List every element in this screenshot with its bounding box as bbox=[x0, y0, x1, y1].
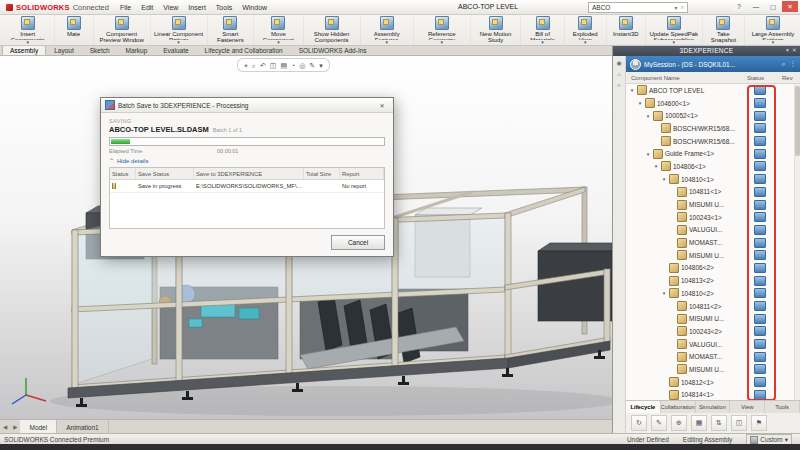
tree-row[interactable]: BOSCH/WKR15/68... bbox=[626, 122, 800, 135]
tree-row[interactable]: MOMAST... bbox=[626, 350, 800, 363]
help-button[interactable]: ? bbox=[731, 1, 747, 12]
grid-view-icon[interactable]: ▦ bbox=[691, 415, 707, 431]
panel-tab[interactable]: Tools bbox=[765, 401, 800, 413]
ribbon-button[interactable]: Reference Geometry ▾ bbox=[414, 15, 471, 45]
zoom-to-fit-icon[interactable]: ⌖ bbox=[244, 62, 248, 69]
panel-tab[interactable]: Simulation bbox=[696, 401, 731, 413]
search-icon[interactable]: ⌕ bbox=[681, 4, 684, 11]
previous-view-icon[interactable]: ↶ bbox=[260, 62, 266, 69]
column-status[interactable]: Status bbox=[747, 75, 764, 81]
tree-row[interactable]: MISUMI U... bbox=[626, 249, 800, 262]
tree-row[interactable]: ▾ 100052<1> bbox=[626, 109, 800, 122]
tree-row[interactable]: MISUMI U... bbox=[626, 198, 800, 211]
ribbon-button[interactable]: Instant3D bbox=[607, 15, 646, 45]
column-component-name[interactable]: Component Name bbox=[626, 75, 680, 81]
expand-caret-icon[interactable]: ▾ bbox=[637, 100, 643, 106]
add-icon[interactable]: ⊕ bbox=[671, 415, 687, 431]
menu-item[interactable]: View bbox=[158, 1, 183, 14]
ribbon-button[interactable]: Bill of Materials ▾ bbox=[521, 15, 564, 45]
ribbon-button[interactable]: Linear Component Pattern ▾ bbox=[151, 15, 208, 45]
cancel-button[interactable]: Cancel bbox=[331, 235, 385, 250]
ribbon-button[interactable]: Mate bbox=[55, 15, 94, 45]
chevron-down-icon[interactable]: ▾ bbox=[675, 4, 678, 11]
panel-tab[interactable]: Lifecycle bbox=[626, 401, 661, 413]
search-input[interactable]: ABCO ▾ ⌕ bbox=[588, 2, 688, 13]
edit-icon[interactable]: ✎ bbox=[651, 415, 667, 431]
tree-row[interactable]: BOSCH/WKR15/68... bbox=[626, 135, 800, 148]
tree-row[interactable]: 104811<1> bbox=[626, 186, 800, 199]
tree-row[interactable]: VALUGUI... bbox=[626, 338, 800, 351]
expand-caret-icon[interactable]: ▾ bbox=[645, 151, 651, 157]
flag-icon[interactable]: ⚑ bbox=[751, 415, 767, 431]
display-style-icon[interactable]: ◔ bbox=[291, 62, 295, 69]
tree-row[interactable]: MISUMI U... bbox=[626, 312, 800, 325]
ribbon-button[interactable]: Exploded View ▾ bbox=[565, 15, 607, 45]
column-rev[interactable]: Rev bbox=[782, 75, 793, 81]
compass-icon[interactable]: ◉ bbox=[616, 59, 621, 66]
tree-row[interactable]: 104814<1> bbox=[626, 389, 800, 401]
menu-item[interactable]: File bbox=[115, 1, 136, 14]
search-icon[interactable]: ⌕ bbox=[617, 82, 620, 89]
tree-scrollbar[interactable] bbox=[794, 84, 800, 400]
tab-nav-right-icon[interactable]: ▶ bbox=[10, 424, 20, 430]
dialog-title-bar[interactable]: Batch Save to 3DEXPERIENCE - Processing … bbox=[101, 98, 393, 113]
minimize-button[interactable]: — bbox=[748, 1, 764, 12]
sync-icon[interactable]: ⇅ bbox=[711, 415, 727, 431]
panel-menu-chevron-icon[interactable]: ▾ bbox=[786, 47, 789, 53]
my-session-bar[interactable]: MySession - (DS - DSQKIL01... ⌕⋮ bbox=[626, 56, 800, 72]
ribbon-button[interactable]: Update SpeedPak Subassemblies ▾ bbox=[646, 15, 703, 45]
tree-row[interactable]: ▾ 104600<1> bbox=[626, 97, 800, 110]
report-cell[interactable]: No report bbox=[340, 183, 384, 189]
avatar[interactable] bbox=[630, 59, 641, 70]
tree-row[interactable]: ▾ 104810<1> bbox=[626, 173, 800, 186]
expand-caret-icon[interactable]: ▾ bbox=[653, 163, 659, 169]
view-orientation-icon[interactable]: ▤ bbox=[280, 62, 287, 69]
ribbon-button[interactable]: New Motion Study bbox=[471, 15, 522, 45]
section-view-icon[interactable]: ◫ bbox=[270, 62, 277, 69]
tree-row[interactable]: 104806<2> bbox=[626, 262, 800, 275]
scrollbar-thumb[interactable] bbox=[795, 86, 800, 156]
tree-row[interactable]: ▾ 104810<2> bbox=[626, 287, 800, 300]
model-tab[interactable]: Animation1 bbox=[57, 420, 109, 434]
tree-row[interactable]: ▾ Guide Frame<1> bbox=[626, 147, 800, 160]
tree-row[interactable]: ▾ 104806<1> bbox=[626, 160, 800, 173]
panel-view-icon[interactable]: ◫ bbox=[731, 415, 747, 431]
refresh-icon[interactable]: ↻ bbox=[631, 415, 647, 431]
close-button[interactable]: ✕ bbox=[782, 1, 798, 12]
zoom-to-area-icon[interactable]: ⌕ bbox=[252, 62, 256, 69]
expand-caret-icon[interactable]: ▾ bbox=[645, 113, 651, 119]
tree-row[interactable]: 104811<2> bbox=[626, 300, 800, 313]
search-icon[interactable]: ⌕ bbox=[782, 60, 786, 68]
tree-row[interactable]: 100243<2> bbox=[626, 325, 800, 338]
expand-caret-icon[interactable]: ▾ bbox=[629, 87, 635, 93]
tree-row[interactable]: 104813<2> bbox=[626, 274, 800, 287]
tree-row[interactable]: 104812<1> bbox=[626, 376, 800, 389]
home-icon[interactable]: ⌂ bbox=[617, 71, 621, 77]
ribbon-button[interactable]: Smart Fasteners bbox=[208, 15, 255, 45]
edit-appearance-icon[interactable]: ✎ bbox=[309, 62, 315, 69]
ribbon-button[interactable]: Show Hidden Components bbox=[304, 15, 361, 45]
tree-row[interactable]: 100243<1> bbox=[626, 211, 800, 224]
expand-caret-icon[interactable]: ▾ bbox=[661, 290, 667, 296]
model-tab[interactable]: Model bbox=[20, 420, 57, 434]
ribbon-button[interactable]: Large Assembly Settings ▾ bbox=[745, 15, 800, 45]
menu-item[interactable]: Edit bbox=[136, 1, 158, 14]
tree-row[interactable]: MOMAST... bbox=[626, 236, 800, 249]
menu-item[interactable]: Tools bbox=[211, 1, 237, 14]
ribbon-button[interactable]: Move Component ▾ bbox=[254, 15, 303, 45]
overflow-menu-icon[interactable]: ⋮ bbox=[790, 60, 797, 68]
tree-row[interactable]: MISUMI U... bbox=[626, 363, 800, 376]
ribbon-button[interactable]: Take Snapshot bbox=[703, 15, 745, 45]
view-settings-chevron-icon[interactable]: ▾ bbox=[319, 62, 323, 69]
hide-details-link[interactable]: ⌃ Hide details bbox=[109, 157, 385, 164]
tree-row[interactable]: ▾ ABCO TOP LEVEL bbox=[626, 84, 800, 97]
maximize-button[interactable]: ▢ bbox=[765, 1, 781, 12]
expand-caret-icon[interactable]: ▾ bbox=[661, 176, 667, 182]
hide-show-items-icon[interactable]: ◎ bbox=[299, 62, 305, 69]
ribbon-button[interactable]: Insert Components ▾ bbox=[2, 15, 55, 45]
tree-row[interactable]: VALUGUI... bbox=[626, 224, 800, 237]
panel-tab[interactable]: Collaboration bbox=[661, 401, 696, 413]
menu-item[interactable]: Insert bbox=[183, 1, 211, 14]
ribbon-button[interactable]: Assembly Features ▾ bbox=[361, 15, 414, 45]
panel-close-icon[interactable]: ✕ bbox=[792, 47, 797, 53]
